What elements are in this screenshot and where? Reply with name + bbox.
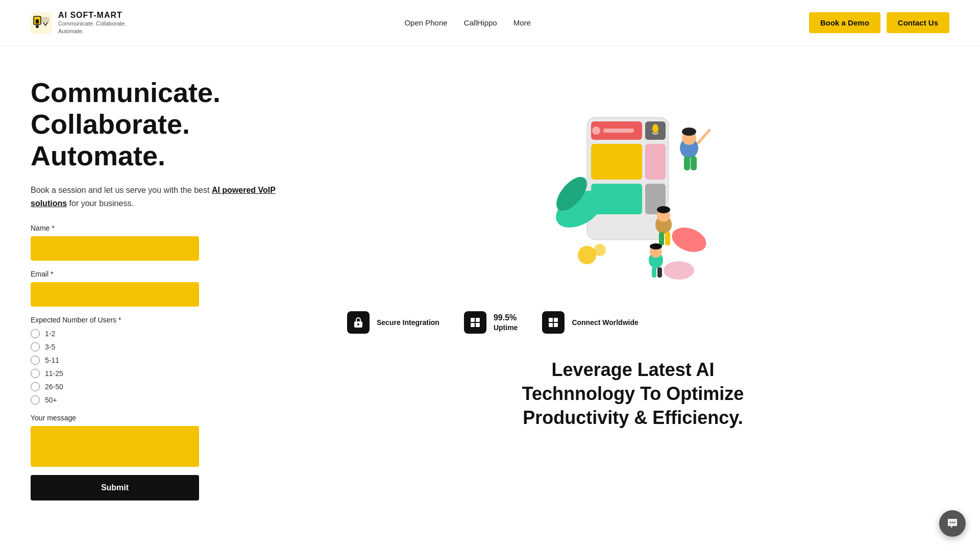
svg-point-19 bbox=[594, 244, 606, 256]
svg-rect-40 bbox=[476, 318, 480, 322]
illustration-area bbox=[536, 87, 730, 291]
svg-rect-31 bbox=[665, 232, 670, 245]
email-field-group: Email * bbox=[31, 270, 296, 307]
users-radio-group: Expected Number of Users * 1-2 3-5 5-11 … bbox=[31, 316, 296, 405]
radio-item-1-2[interactable]: 1-2 bbox=[31, 329, 296, 338]
main-content: Communicate. Collaborate. Automate. Book… bbox=[0, 46, 980, 551]
svg-rect-45 bbox=[549, 323, 553, 327]
left-section: Communicate. Collaborate. Automate. Book… bbox=[31, 77, 296, 500]
svg-point-7 bbox=[592, 127, 600, 135]
email-label: Email * bbox=[31, 270, 296, 278]
radio-label-50plus: 50+ bbox=[45, 396, 57, 404]
svg-rect-42 bbox=[476, 323, 480, 327]
radio-label-5-11: 5-11 bbox=[45, 356, 59, 364]
chat-widget[interactable] bbox=[939, 510, 966, 537]
radio-item-3-5[interactable]: 3-5 bbox=[31, 342, 296, 352]
message-label: Your message bbox=[31, 414, 296, 422]
svg-rect-41 bbox=[471, 323, 475, 327]
nav-links: Open Phone CallHippo More bbox=[404, 18, 530, 27]
hero-subtitle: Book a session and let us serve you with… bbox=[31, 184, 296, 210]
radio-item-11-25[interactable]: 11-25 bbox=[31, 369, 296, 378]
svg-point-18 bbox=[578, 246, 596, 264]
svg-rect-35 bbox=[652, 267, 656, 278]
hero-title: Communicate. Collaborate. Automate. bbox=[31, 77, 296, 171]
logo-area: AI SOFT-MART Communicate. Collaborate.Au… bbox=[31, 11, 126, 35]
radio-5-11[interactable] bbox=[31, 356, 40, 365]
stats-row: Secure Integration 99.5%Uptime bbox=[316, 311, 639, 334]
hero-title-line1: Communicate. bbox=[31, 77, 220, 108]
svg-rect-8 bbox=[603, 129, 634, 133]
svg-rect-12 bbox=[645, 144, 666, 180]
brand-subtitle: Communicate. Collaborate.Automate. bbox=[58, 20, 126, 35]
svg-point-3 bbox=[36, 25, 39, 28]
nav-link-callhippo[interactable]: CallHippo bbox=[464, 18, 497, 27]
svg-rect-2 bbox=[36, 19, 39, 23]
nav-link-open-phone[interactable]: Open Phone bbox=[404, 18, 447, 27]
name-field-group: Name * bbox=[31, 224, 296, 261]
brand-title: AI SOFT-MART bbox=[58, 11, 126, 20]
radio-label-11-25: 11-25 bbox=[45, 369, 63, 378]
connect-worldwide-icon bbox=[542, 311, 565, 334]
radio-1-2[interactable] bbox=[31, 329, 40, 338]
svg-point-17 bbox=[669, 223, 710, 256]
radio-item-5-11[interactable]: 5-11 bbox=[31, 356, 296, 365]
users-label: Expected Number of Users * bbox=[31, 316, 296, 324]
secure-integration-label: Secure Integration bbox=[377, 318, 439, 327]
svg-rect-44 bbox=[554, 318, 558, 322]
uptime-icon bbox=[464, 311, 486, 334]
radio-label-1-2: 1-2 bbox=[45, 330, 55, 338]
hero-title-line2: Collaborate. bbox=[31, 109, 190, 139]
svg-line-24 bbox=[698, 130, 709, 143]
stat-secure-integration: Secure Integration bbox=[347, 311, 439, 334]
radio-label-3-5: 3-5 bbox=[45, 343, 55, 351]
message-field-group: Your message bbox=[31, 414, 296, 467]
stat-uptime: 99.5%Uptime bbox=[464, 311, 518, 334]
logo-text-block: AI SOFT-MART Communicate. Collaborate.Au… bbox=[58, 11, 126, 35]
name-input[interactable] bbox=[31, 236, 199, 261]
book-demo-button[interactable]: Book a Demo bbox=[809, 12, 880, 33]
navbar: AI SOFT-MART Communicate. Collaborate.Au… bbox=[0, 0, 980, 46]
svg-rect-30 bbox=[659, 232, 664, 245]
bottom-leverage-text: Leverage Latest AI Technnology To Optimi… bbox=[505, 358, 761, 430]
svg-point-38 bbox=[357, 323, 359, 325]
radio-26-50[interactable] bbox=[31, 382, 40, 391]
radio-3-5[interactable] bbox=[31, 342, 40, 352]
nav-buttons: Book a Demo Contact Us bbox=[809, 12, 949, 33]
svg-point-23 bbox=[682, 128, 696, 136]
hero-illustration bbox=[536, 87, 730, 291]
svg-rect-25 bbox=[684, 156, 690, 170]
chat-icon bbox=[946, 517, 959, 530]
hero-title-line3: Automate. bbox=[31, 140, 165, 171]
svg-point-34 bbox=[650, 243, 662, 249]
right-section: Secure Integration 99.5%Uptime bbox=[316, 77, 949, 430]
radio-label-26-50: 26-50 bbox=[45, 383, 63, 391]
radio-11-25[interactable] bbox=[31, 369, 40, 378]
nav-link-more[interactable]: More bbox=[513, 18, 531, 27]
secure-integration-icon bbox=[347, 311, 370, 334]
uptime-label: 99.5%Uptime bbox=[494, 313, 518, 333]
submit-button[interactable]: Submit bbox=[31, 475, 199, 500]
stat-connect-worldwide: Connect Worldwide bbox=[542, 311, 638, 334]
email-input[interactable] bbox=[31, 282, 199, 307]
svg-point-20 bbox=[664, 261, 694, 280]
svg-point-49 bbox=[954, 522, 955, 523]
svg-point-29 bbox=[657, 206, 670, 213]
svg-point-48 bbox=[952, 522, 953, 523]
svg-rect-4 bbox=[42, 17, 49, 22]
connect-worldwide-label: Connect Worldwide bbox=[572, 318, 638, 327]
hero-subtitle-text: Book a session and let us serve you with… bbox=[31, 186, 212, 194]
svg-rect-11 bbox=[591, 144, 642, 180]
svg-rect-36 bbox=[657, 267, 662, 278]
contact-us-button[interactable]: Contact Us bbox=[887, 12, 949, 33]
hero-subtitle-end: for your business. bbox=[67, 199, 134, 208]
svg-rect-43 bbox=[549, 318, 553, 322]
svg-point-10 bbox=[652, 124, 658, 133]
radio-item-26-50[interactable]: 26-50 bbox=[31, 382, 296, 391]
message-textarea[interactable] bbox=[31, 426, 199, 467]
svg-rect-39 bbox=[471, 318, 475, 322]
svg-rect-26 bbox=[691, 156, 697, 170]
svg-rect-46 bbox=[554, 323, 558, 327]
radio-item-50plus[interactable]: 50+ bbox=[31, 395, 296, 405]
radio-50plus[interactable] bbox=[31, 395, 40, 405]
name-label: Name * bbox=[31, 224, 296, 232]
